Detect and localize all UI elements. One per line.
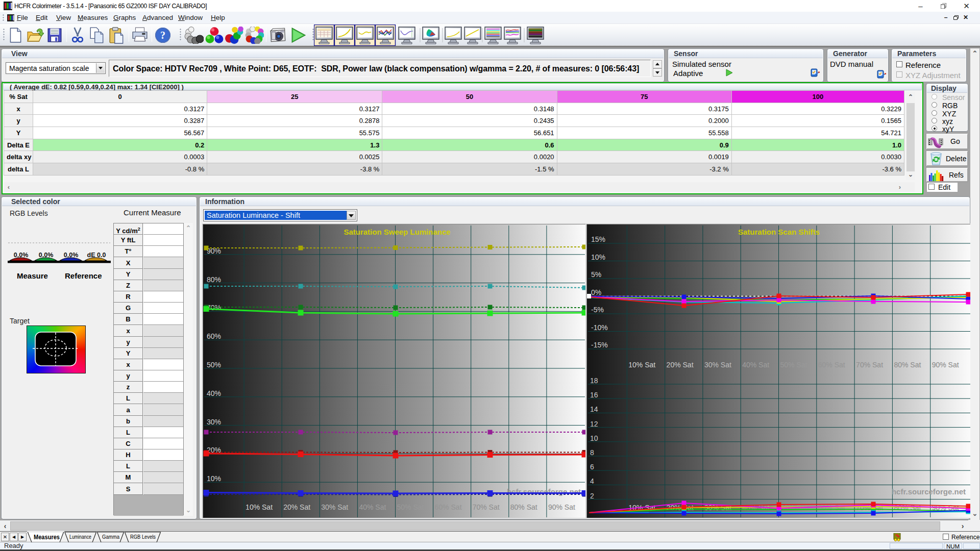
svg-text:70% Sat: 70% Sat <box>473 503 500 511</box>
svg-text:Gamma: Gamma <box>102 534 120 540</box>
svg-text:15%: 15% <box>591 235 605 243</box>
svg-text:40%: 40% <box>207 389 221 397</box>
svg-text:16: 16 <box>590 391 598 399</box>
svg-text:50% Sat: 50% Sat <box>780 361 807 369</box>
svg-text:Saturation Scan Shifts: Saturation Scan Shifts <box>738 228 820 236</box>
svg-text:-15%: -15% <box>591 341 608 349</box>
svg-text:4: 4 <box>590 477 594 485</box>
svg-text:90% Sat: 90% Sat <box>932 361 959 369</box>
svg-text:50% Sat: 50% Sat <box>397 503 424 511</box>
svg-text:5%: 5% <box>591 270 601 279</box>
svg-text:10% Sat: 10% Sat <box>246 503 273 511</box>
svg-text:60%: 60% <box>207 332 221 340</box>
svg-text:-5%: -5% <box>591 306 604 314</box>
svg-text:?: ? <box>160 30 165 41</box>
svg-text:8: 8 <box>590 448 594 457</box>
svg-text:14: 14 <box>590 405 598 413</box>
svg-text:0%: 0% <box>591 288 601 296</box>
svg-text:30% Sat: 30% Sat <box>704 361 731 369</box>
svg-text:12: 12 <box>590 420 598 428</box>
svg-text:40% Sat: 40% Sat <box>742 361 769 369</box>
svg-text:60% Sat: 60% Sat <box>435 503 462 511</box>
svg-text:10%: 10% <box>207 474 221 483</box>
svg-text:90% Sat: 90% Sat <box>548 503 575 511</box>
svg-text:2: 2 <box>590 492 594 500</box>
svg-text:50%: 50% <box>207 361 221 369</box>
svg-text:10%: 10% <box>591 253 605 261</box>
svg-text:10% Sat: 10% Sat <box>628 361 655 369</box>
svg-text:RGB Levels: RGB Levels <box>130 534 156 540</box>
svg-text:20% Sat: 20% Sat <box>283 503 310 511</box>
svg-text:10: 10 <box>590 434 598 442</box>
svg-text:6: 6 <box>590 463 594 471</box>
svg-text:70% Sat: 70% Sat <box>856 361 883 369</box>
svg-text:40% Sat: 40% Sat <box>359 503 386 511</box>
svg-text:80% Sat: 80% Sat <box>510 503 537 511</box>
svg-text:Measures: Measures <box>34 534 60 541</box>
svg-text:60% Sat: 60% Sat <box>818 361 845 369</box>
svg-text:30%: 30% <box>207 418 221 426</box>
svg-text:Saturation Sweep Luminance: Saturation Sweep Luminance <box>344 228 450 236</box>
svg-text:Luminance: Luminance <box>69 534 91 540</box>
svg-text:hcfr.sourceforge.net: hcfr.sourceforge.net <box>892 487 966 496</box>
svg-text:18: 18 <box>590 377 598 385</box>
svg-text:80% Sat: 80% Sat <box>894 361 921 369</box>
svg-text:80%: 80% <box>207 276 221 284</box>
svg-text:30% Sat: 30% Sat <box>321 503 348 511</box>
svg-text:20% Sat: 20% Sat <box>667 361 694 369</box>
svg-text:-10%: -10% <box>591 323 608 332</box>
